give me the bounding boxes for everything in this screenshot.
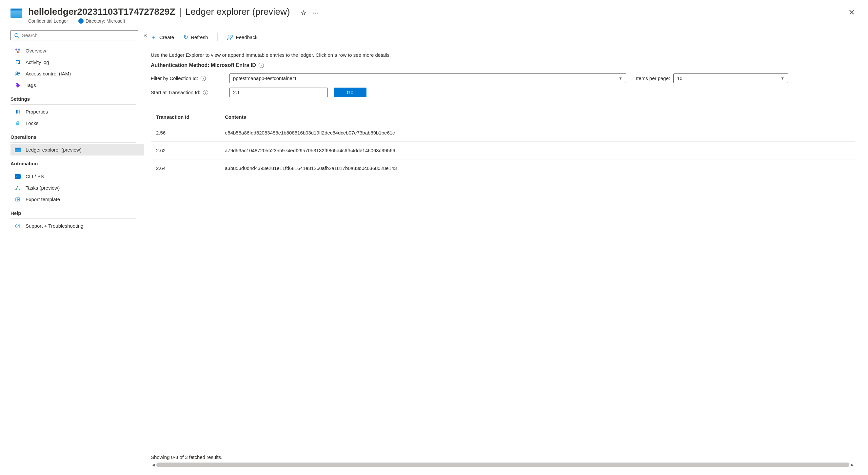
sidebar-section-settings: Settings (10, 91, 136, 105)
create-button[interactable]: ＋ Create (151, 33, 174, 41)
cell-contents: a3b853d0d4d4393e281e11fd681641e31260afb2… (220, 159, 855, 177)
sidebar-item-export-template[interactable]: Export template (10, 194, 144, 205)
start-tx-input[interactable] (229, 88, 328, 97)
sidebar-item-properties[interactable]: Properties (10, 106, 144, 117)
items-per-page-select[interactable]: 10 ▼ (673, 73, 788, 83)
plus-icon: ＋ (151, 33, 157, 41)
svg-rect-8 (17, 63, 18, 64)
access-control-icon (14, 71, 21, 77)
results-status: Showing 0-3 of 3 fetched results. (151, 448, 855, 463)
activity-log-icon (14, 60, 21, 65)
svg-rect-14 (19, 110, 20, 114)
svg-line-23 (16, 187, 18, 189)
refresh-button[interactable]: ↻ Refresh (183, 33, 208, 41)
sidebar-item-activity-log[interactable]: Activity log (10, 56, 144, 68)
sidebar-item-label: Tasks (preview) (26, 185, 60, 190)
resource-icon (10, 8, 22, 18)
feedback-icon (227, 34, 234, 40)
table-header-row: Transaction Id Contents (151, 110, 855, 124)
info-icon[interactable]: i (203, 90, 208, 95)
start-tx-label: Start at Transaction Id: i (151, 90, 226, 95)
horizontal-scrollbar[interactable]: ◀ ▶ (151, 463, 855, 469)
export-template-icon (14, 197, 21, 202)
svg-rect-12 (16, 110, 17, 114)
ledger-explorer-icon (14, 148, 21, 152)
collection-id-select[interactable]: pptestmanapp-testcontainer1 ▼ (229, 73, 626, 83)
properties-icon (14, 109, 21, 115)
refresh-icon: ↻ (183, 33, 188, 41)
scroll-right-icon[interactable]: ▶ (850, 463, 854, 467)
table-row[interactable]: 2.62 a79d53ac10487205b235b974edf29a70531… (151, 142, 855, 159)
sidebar-item-locks[interactable]: Locks (10, 117, 144, 129)
cell-txid: 2.56 (151, 124, 220, 142)
svg-rect-20 (17, 186, 18, 187)
results-table: Transaction Id Contents 2.56 e54b58a86fd… (151, 110, 855, 177)
svg-rect-7 (17, 62, 19, 63)
sidebar-item-support[interactable]: ? Support + Troubleshooting (10, 220, 144, 232)
chevron-down-icon: ▼ (780, 76, 784, 81)
sidebar-item-tasks[interactable]: Tasks (preview) (10, 182, 144, 194)
close-icon[interactable]: ✕ (848, 8, 855, 17)
svg-rect-15 (16, 123, 19, 125)
svg-point-28 (228, 35, 230, 37)
table-row[interactable]: 2.56 e54b58a86fdd62083488e1b808516b03d19… (151, 124, 855, 142)
command-bar: ＋ Create ↻ Refresh Feedback (151, 30, 855, 46)
search-input[interactable] (22, 32, 135, 38)
svg-rect-13 (18, 110, 18, 114)
svg-point-0 (15, 33, 18, 37)
info-icon[interactable]: i (200, 76, 206, 81)
sidebar-section-automation: Automation (10, 155, 136, 169)
sidebar-item-label: Support + Troubleshooting (26, 223, 83, 229)
favorite-star-icon[interactable]: ☆ (301, 9, 307, 17)
sidebar-item-label: CLI / PS (26, 174, 44, 179)
collection-id-value: pptestmanapp-testcontainer1 (233, 76, 297, 81)
page-header: helloledger20231103T174727829Z | Ledger … (0, 0, 868, 26)
sidebar-item-tags[interactable]: Tags (10, 79, 144, 91)
items-per-page-value: 10 (677, 76, 682, 81)
locks-icon (14, 121, 21, 126)
cell-contents: a79d53ac10487205b235b974edf29a7053132f68… (220, 142, 855, 159)
sidebar-section-operations: Operations (10, 129, 136, 143)
cli-ps-icon: >_ (14, 174, 21, 179)
feedback-button[interactable]: Feedback (227, 34, 258, 40)
sidebar-item-label: Activity log (26, 59, 49, 65)
svg-point-4 (17, 51, 19, 53)
auth-method-row: Authentication Method: Microsoft Entra I… (151, 62, 855, 68)
sidebar-item-label: Ledger explorer (preview) (26, 147, 82, 152)
svg-rect-17 (15, 148, 21, 149)
sidebar-item-access-control[interactable]: Access control (IAM) (10, 68, 144, 79)
create-label: Create (159, 34, 174, 40)
sidebar-search[interactable] (10, 30, 138, 40)
svg-text:>_: >_ (16, 175, 19, 178)
resource-type: Confidential Ledger (28, 18, 68, 24)
svg-point-2 (16, 49, 18, 51)
sidebar-section-help: Help (10, 205, 136, 219)
svg-rect-21 (16, 189, 17, 190)
title-separator: | (179, 6, 181, 17)
info-icon: i (79, 18, 84, 24)
sidebar-item-cli-ps[interactable]: >_ CLI / PS (10, 171, 144, 182)
header-subtitle: Confidential Ledger | i Directory: Micro… (28, 18, 858, 24)
chevron-down-icon: ▼ (619, 76, 622, 81)
svg-point-10 (18, 72, 20, 74)
sidebar-item-ledger-explorer[interactable]: Ledger explorer (preview) (10, 144, 144, 155)
svg-point-9 (16, 72, 18, 74)
overview-icon (14, 48, 21, 54)
blade-name: Ledger explorer (preview) (186, 6, 290, 17)
go-button[interactable]: Go (334, 88, 367, 97)
more-actions-icon[interactable]: ⋯ (312, 9, 319, 17)
subtitle-divider: | (72, 18, 74, 24)
info-icon[interactable]: i (259, 63, 264, 68)
header-text: helloledger20231103T174727829Z | Ledger … (28, 6, 858, 24)
resource-name: helloledger20231103T174727829Z (28, 6, 175, 17)
sidebar: « Overview Activity log Access control (… (0, 26, 144, 469)
sidebar-item-overview[interactable]: Overview (10, 45, 144, 56)
scroll-left-icon[interactable]: ◀ (152, 463, 155, 467)
table-row[interactable]: 2.64 a3b853d0d4d4393e281e11fd681641e3126… (151, 159, 855, 177)
sidebar-item-label: Access control (IAM) (26, 71, 71, 77)
scrollbar-track[interactable] (156, 463, 849, 467)
auth-method-label: Authentication Method: Microsoft Entra I… (151, 62, 256, 68)
support-icon: ? (14, 224, 21, 229)
svg-rect-22 (19, 189, 20, 190)
directory-info[interactable]: i Directory: Microsoft (79, 18, 125, 24)
